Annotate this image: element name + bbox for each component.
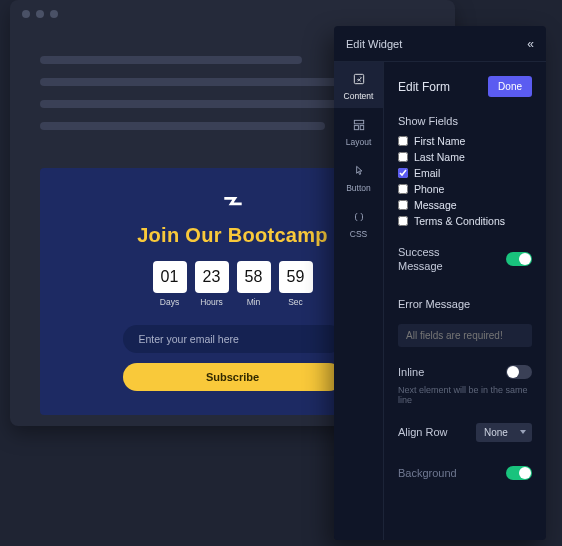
window-dot — [50, 10, 58, 18]
skeleton-line — [40, 122, 325, 130]
countdown-value: 01 — [153, 261, 187, 293]
align-row-label: Align Row — [398, 425, 448, 439]
countdown-value: 23 — [195, 261, 229, 293]
field-checklist: First Name Last Name Email Phone Message… — [398, 135, 532, 227]
panel-content: Edit Form Done Show Fields First Name La… — [384, 62, 546, 540]
rail-content[interactable]: Content — [334, 62, 383, 108]
countdown: 01 Days 23 Hours 58 Min 59 Sec — [153, 261, 313, 307]
field-label: First Name — [414, 135, 465, 147]
inline-toggle[interactable] — [506, 365, 532, 379]
window-titlebar — [10, 0, 455, 28]
skeleton-line — [40, 56, 302, 64]
checkbox[interactable] — [398, 168, 408, 178]
rail-label: CSS — [350, 229, 367, 239]
rail-label: Content — [344, 91, 374, 101]
error-message-label: Error Message — [398, 298, 532, 310]
panel-rail: Content Layout Button CSS — [334, 62, 384, 540]
subscribe-button[interactable]: Subscribe — [123, 363, 343, 391]
collapse-icon[interactable]: « — [527, 37, 534, 51]
success-message-label: Success Message — [398, 245, 443, 274]
countdown-cell: 58 Min — [237, 261, 271, 307]
svg-rect-1 — [354, 120, 363, 124]
field-phone[interactable]: Phone — [398, 183, 532, 195]
edit-icon — [351, 71, 367, 87]
align-row-select[interactable]: None — [476, 423, 532, 442]
email-input[interactable]: Enter your email here — [123, 325, 343, 353]
field-lastname[interactable]: Last Name — [398, 151, 532, 163]
background-label: Background — [398, 466, 457, 480]
inline-hint: Next element will be in the same line — [398, 385, 532, 405]
error-message-input[interactable] — [398, 324, 532, 347]
field-label: Phone — [414, 183, 444, 195]
checkbox[interactable] — [398, 152, 408, 162]
panel-title: Edit Widget — [346, 38, 402, 50]
field-message[interactable]: Message — [398, 199, 532, 211]
svg-rect-2 — [354, 126, 358, 130]
layout-icon — [351, 117, 367, 133]
section-title: Edit Form — [398, 80, 450, 94]
show-fields-label: Show Fields — [398, 115, 532, 127]
code-icon — [351, 209, 367, 225]
rail-layout[interactable]: Layout — [334, 108, 383, 154]
pointer-icon — [351, 163, 367, 179]
skeleton-line — [40, 100, 371, 108]
field-label: Email — [414, 167, 440, 179]
rail-label: Button — [346, 183, 371, 193]
field-label: Terms & Conditions — [414, 215, 505, 227]
checkbox[interactable] — [398, 184, 408, 194]
form-title: Join Our Bootcamp — [137, 224, 328, 247]
field-firstname[interactable]: First Name — [398, 135, 532, 147]
rail-button[interactable]: Button — [334, 154, 383, 200]
svg-rect-3 — [360, 126, 364, 130]
field-label: Last Name — [414, 151, 465, 163]
rail-label: Layout — [346, 137, 372, 147]
checkbox[interactable] — [398, 136, 408, 146]
field-terms[interactable]: Terms & Conditions — [398, 215, 532, 227]
countdown-value: 59 — [279, 261, 313, 293]
inline-label: Inline — [398, 365, 424, 379]
skeleton-line — [40, 78, 348, 86]
countdown-label: Hours — [195, 297, 229, 307]
countdown-label: Min — [237, 297, 271, 307]
countdown-cell: 23 Hours — [195, 261, 229, 307]
edit-widget-panel: Edit Widget « Content Layout Button — [334, 26, 546, 540]
background-toggle[interactable] — [506, 466, 532, 480]
checkbox[interactable] — [398, 216, 408, 226]
window-dot — [22, 10, 30, 18]
logo-icon — [222, 190, 244, 212]
countdown-value: 58 — [237, 261, 271, 293]
field-label: Message — [414, 199, 457, 211]
window-dot — [36, 10, 44, 18]
field-email[interactable]: Email — [398, 167, 532, 179]
countdown-label: Sec — [279, 297, 313, 307]
countdown-cell: 01 Days — [153, 261, 187, 307]
done-button[interactable]: Done — [488, 76, 532, 97]
countdown-label: Days — [153, 297, 187, 307]
checkbox[interactable] — [398, 200, 408, 210]
panel-header: Edit Widget « — [334, 26, 546, 62]
success-toggle[interactable] — [506, 252, 532, 266]
rail-css[interactable]: CSS — [334, 200, 383, 246]
countdown-cell: 59 Sec — [279, 261, 313, 307]
